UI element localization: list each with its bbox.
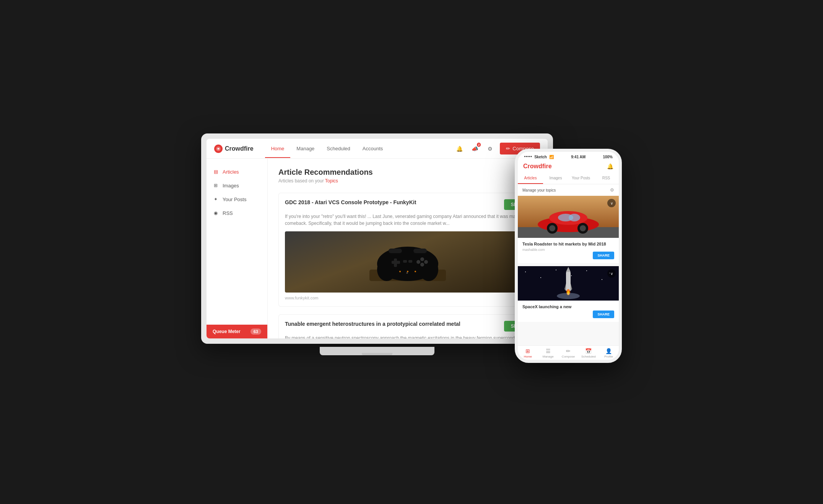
phone-share-button-1[interactable]: SHARE — [593, 252, 614, 259]
phone-time: 9:41 AM — [571, 155, 586, 159]
svg-point-4 — [419, 258, 438, 281]
topics-gear-icon[interactable]: ⚙ — [610, 187, 614, 193]
phone-tabs: Articles Images Your Posts RSS — [518, 173, 619, 184]
phone-card-2: ∨ SpaceX launching a new SHARE — [518, 266, 619, 322]
nav-link-home[interactable]: Home — [265, 140, 291, 158]
laptop-body: Crowdfire Home Manage Scheduled Accounts… — [201, 133, 553, 344]
laptop: Crowdfire Home Manage Scheduled Accounts… — [201, 133, 553, 355]
megaphone-icon[interactable]: 📣 2 — [469, 143, 480, 154]
phone-card-1: ∨ Tesla Roadster to hit markets by Mid 2… — [518, 196, 619, 263]
article-desc-1: If you're into your "retro" you'll want … — [285, 213, 530, 227]
sidebar-item-articles[interactable]: ▤ Articles — [207, 165, 267, 179]
phone-nav-home[interactable]: ⊞ Home — [518, 348, 538, 358]
rss-icon: ◉ — [213, 210, 219, 216]
sidebar-item-images[interactable]: ⊞ Images — [207, 179, 267, 192]
svg-point-31 — [540, 277, 541, 278]
scheduled-nav-icon: 📅 — [585, 348, 592, 354]
phone-card-title-2: SpaceX launching a new — [522, 304, 614, 309]
phone-tab-images[interactable]: Images — [543, 173, 568, 184]
profile-nav-icon: 👤 — [605, 348, 612, 354]
phone-nav-manage[interactable]: ☰ Manage — [538, 348, 558, 358]
svg-point-12 — [416, 260, 420, 264]
article-image-1: ▲ — [285, 231, 530, 293]
svg-point-26 — [549, 225, 555, 231]
phone-nav-compose[interactable]: ✏ Compose — [558, 348, 579, 358]
svg-rect-14 — [408, 260, 412, 263]
main-content: ▤ Articles ⊞ Images ✦ Your Posts ◉ — [207, 159, 548, 338]
phone-header: Crowdfire 🔔 — [518, 161, 619, 173]
article-footer-1: www.funkykit.com Block × — [285, 296, 530, 300]
sidebar-item-rss[interactable]: ◉ RSS — [207, 206, 267, 220]
article-card-2: Tunable emergent heterostructures in a p… — [278, 314, 537, 338]
svg-point-24 — [569, 214, 580, 221]
compose-nav-icon: ✏ — [566, 348, 571, 354]
manage-nav-label: Manage — [543, 355, 554, 358]
phone-tab-your-posts[interactable]: Your Posts — [568, 173, 594, 184]
nav-link-scheduled[interactable]: Scheduled — [320, 140, 356, 158]
scheduled-nav-label: Scheduled — [581, 355, 596, 358]
svg-point-11 — [420, 263, 424, 267]
svg-rect-8 — [394, 259, 397, 267]
phone-battery: 100% — [603, 155, 613, 159]
svg-point-17 — [415, 271, 416, 272]
phone-bell-icon[interactable]: 🔔 — [607, 163, 613, 169]
article-desc-2: By means of a sensitive neutron spectros… — [285, 335, 530, 338]
phone-logo: Crowdfire — [523, 163, 552, 170]
nav-link-accounts[interactable]: Accounts — [356, 140, 389, 158]
your-posts-icon: ✦ — [213, 196, 219, 202]
phone-nav-scheduled[interactable]: 📅 Scheduled — [578, 348, 599, 358]
laptop-screen: Crowdfire Home Manage Scheduled Accounts… — [207, 139, 548, 338]
svg-text:▲: ▲ — [406, 271, 408, 274]
settings-icon[interactable]: ⚙ — [485, 143, 495, 154]
phone-card-title-1: Tesla Roadster to hit markets by Mid 201… — [522, 242, 614, 246]
article-title-2: Tunable emergent heterostructures in a p… — [285, 321, 498, 327]
article-source-1: www.funkykit.com — [285, 296, 318, 300]
phone-signal: ●●●●● Sketch 📶 — [524, 155, 554, 159]
article-image-inner-1: ▲ — [285, 231, 530, 293]
svg-rect-6 — [413, 249, 427, 253]
phone-card-source-1: mashable.com — [522, 248, 614, 252]
sidebar-item-your-posts[interactable]: ✦ Your Posts — [207, 192, 267, 206]
phone-card-image-2: ∨ — [518, 266, 619, 301]
phone-share-button-2[interactable]: SHARE — [593, 311, 614, 318]
bell-icon[interactable]: 🔔 — [454, 143, 465, 154]
svg-point-28 — [580, 225, 586, 231]
phone-nav-profile[interactable]: 👤 Profile — [599, 348, 619, 358]
card-expand-icon-2[interactable]: ∨ — [607, 269, 616, 278]
logo: Crowdfire — [214, 145, 254, 153]
topics-link[interactable]: Topics — [325, 178, 338, 184]
svg-point-32 — [556, 270, 556, 270]
queue-count-badge: 63 — [250, 328, 261, 335]
svg-point-15 — [399, 271, 401, 272]
nav-link-manage[interactable]: Manage — [290, 140, 320, 158]
phone: ●●●●● Sketch 📶 9:41 AM 100% Crowdfire 🔔 … — [515, 149, 622, 363]
svg-point-9 — [420, 257, 424, 261]
card-expand-icon-1[interactable]: ∨ — [607, 199, 616, 207]
queue-meter-button[interactable]: Queue Meter 63 — [207, 325, 267, 338]
top-nav: Crowdfire Home Manage Scheduled Accounts… — [207, 139, 548, 159]
phone-tab-rss[interactable]: RSS — [594, 173, 619, 184]
article-header-1: GDC 2018 - Atari VCS Console Prototype -… — [285, 199, 530, 210]
phone-manage-topics: Manage your topics ⚙ — [518, 184, 619, 196]
carrier-label: Sketch — [534, 155, 547, 159]
svg-point-30 — [525, 272, 526, 272]
home-nav-label: Home — [524, 355, 532, 358]
article-card-1: GDC 2018 - Atari VCS Console Prototype -… — [278, 193, 537, 307]
controller-svg: ▲ — [366, 237, 450, 287]
article-area: ↻ Article Recommendations Articles based… — [268, 159, 548, 338]
phone-status-bar: ●●●●● Sketch 📶 9:41 AM 100% — [518, 152, 619, 161]
article-header-2: Tunable emergent heterostructures in a p… — [285, 321, 530, 332]
phone-tab-articles[interactable]: Articles — [518, 173, 543, 184]
sidebar: ▤ Articles ⊞ Images ✦ Your Posts ◉ — [207, 159, 268, 338]
home-nav-icon: ⊞ — [525, 348, 530, 354]
scene: Crowdfire Home Manage Scheduled Accounts… — [201, 133, 622, 371]
svg-point-33 — [571, 275, 572, 276]
laptop-base — [320, 347, 434, 355]
notification-badge: 2 — [477, 143, 481, 147]
manage-nav-icon: ☰ — [546, 348, 551, 354]
svg-rect-13 — [403, 260, 407, 263]
profile-nav-label: Profile — [604, 355, 613, 358]
compose-icon: ✏ — [506, 146, 510, 151]
logo-icon — [214, 145, 223, 153]
articles-icon: ▤ — [213, 169, 219, 175]
